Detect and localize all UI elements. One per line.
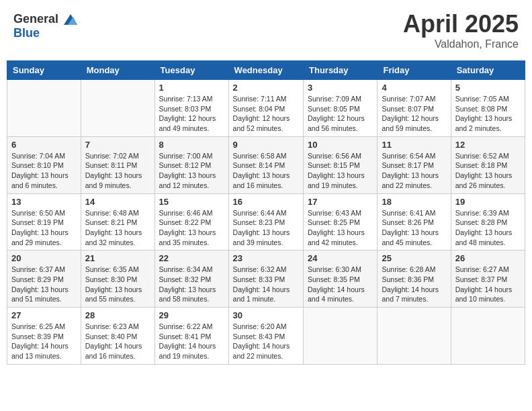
logo-general: General	[13, 12, 58, 27]
table-row: 4Sunrise: 7:07 AMSunset: 8:07 PMDaylight…	[378, 80, 451, 137]
table-row	[378, 308, 451, 365]
day-info: Sunrise: 7:09 AMSunset: 8:05 PMDaylight:…	[308, 94, 373, 134]
calendar-title: April 2025	[403, 10, 519, 38]
day-number: 17	[308, 197, 373, 207]
day-number: 20	[11, 253, 77, 263]
day-number: 24	[308, 253, 373, 263]
table-row: 15Sunrise: 6:46 AMSunset: 8:22 PMDayligh…	[154, 193, 228, 250]
table-row: 29Sunrise: 6:22 AMSunset: 8:41 PMDayligh…	[154, 308, 228, 365]
day-number: 30	[233, 310, 299, 320]
table-row: 24Sunrise: 6:30 AMSunset: 8:35 PMDayligh…	[304, 250, 378, 308]
day-info: Sunrise: 6:41 AMSunset: 8:26 PMDaylight:…	[382, 208, 446, 248]
day-info: Sunrise: 6:44 AMSunset: 8:23 PMDaylight:…	[233, 208, 299, 248]
calendar-table: Sunday Monday Tuesday Wednesday Thursday…	[7, 60, 525, 365]
col-friday: Friday	[378, 61, 451, 80]
table-row: 26Sunrise: 6:27 AMSunset: 8:37 PMDayligh…	[451, 250, 525, 308]
calendar-week-row: 6Sunrise: 7:04 AMSunset: 8:10 PMDaylight…	[7, 136, 525, 193]
day-number: 18	[382, 197, 446, 207]
day-number: 28	[85, 310, 150, 320]
table-row	[451, 308, 525, 365]
table-row: 1Sunrise: 7:13 AMSunset: 8:03 PMDaylight…	[154, 80, 228, 137]
table-row: 6Sunrise: 7:04 AMSunset: 8:10 PMDaylight…	[7, 136, 81, 193]
day-number: 27	[11, 310, 77, 320]
day-info: Sunrise: 6:22 AMSunset: 8:41 PMDaylight:…	[159, 322, 224, 361]
col-thursday: Thursday	[304, 61, 378, 80]
day-info: Sunrise: 6:30 AMSunset: 8:35 PMDaylight:…	[308, 265, 373, 304]
day-number: 13	[11, 197, 77, 207]
day-number: 12	[455, 140, 521, 150]
table-row: 28Sunrise: 6:23 AMSunset: 8:40 PMDayligh…	[81, 308, 154, 365]
day-info: Sunrise: 6:23 AMSunset: 8:40 PMDaylight:…	[85, 322, 150, 361]
day-number: 10	[308, 140, 373, 150]
col-saturday: Saturday	[451, 61, 525, 80]
day-info: Sunrise: 6:20 AMSunset: 8:43 PMDaylight:…	[233, 322, 299, 361]
day-number: 1	[159, 83, 224, 93]
day-info: Sunrise: 7:00 AMSunset: 8:12 PMDaylight:…	[159, 151, 224, 191]
day-number: 6	[11, 140, 77, 150]
table-row: 17Sunrise: 6:43 AMSunset: 8:25 PMDayligh…	[304, 193, 378, 250]
day-info: Sunrise: 6:46 AMSunset: 8:22 PMDaylight:…	[159, 208, 224, 248]
table-row: 9Sunrise: 6:58 AMSunset: 8:14 PMDaylight…	[228, 136, 303, 193]
day-info: Sunrise: 6:35 AMSunset: 8:30 PMDaylight:…	[85, 265, 150, 304]
table-row: 13Sunrise: 6:50 AMSunset: 8:19 PMDayligh…	[7, 193, 81, 250]
day-info: Sunrise: 6:32 AMSunset: 8:33 PMDaylight:…	[233, 265, 299, 304]
table-row: 12Sunrise: 6:52 AMSunset: 8:18 PMDayligh…	[451, 136, 525, 193]
table-row: 22Sunrise: 6:34 AMSunset: 8:32 PMDayligh…	[154, 250, 228, 308]
table-row: 25Sunrise: 6:28 AMSunset: 8:36 PMDayligh…	[378, 250, 451, 308]
table-row: 3Sunrise: 7:09 AMSunset: 8:05 PMDaylight…	[304, 80, 378, 137]
col-wednesday: Wednesday	[228, 61, 303, 80]
table-row: 10Sunrise: 6:56 AMSunset: 8:15 PMDayligh…	[304, 136, 378, 193]
calendar-subtitle: Valdahon, France	[403, 38, 519, 50]
col-tuesday: Tuesday	[154, 61, 228, 80]
page-header: General Blue April 2025 Valdahon, France	[7, 7, 525, 54]
day-number: 5	[455, 83, 521, 93]
day-number: 22	[159, 253, 224, 263]
title-block: April 2025 Valdahon, France	[403, 10, 519, 50]
day-info: Sunrise: 7:02 AMSunset: 8:11 PMDaylight:…	[85, 151, 150, 191]
day-number: 9	[233, 140, 299, 150]
table-row: 19Sunrise: 6:39 AMSunset: 8:28 PMDayligh…	[451, 193, 525, 250]
day-number: 15	[159, 197, 224, 207]
day-info: Sunrise: 7:11 AMSunset: 8:04 PMDaylight:…	[233, 94, 299, 134]
logo-blue: Blue	[13, 26, 40, 40]
day-info: Sunrise: 6:54 AMSunset: 8:17 PMDaylight:…	[382, 151, 446, 191]
day-number: 3	[308, 83, 373, 93]
table-row	[81, 80, 154, 137]
day-info: Sunrise: 6:58 AMSunset: 8:14 PMDaylight:…	[233, 151, 299, 191]
day-info: Sunrise: 6:50 AMSunset: 8:19 PMDaylight:…	[11, 208, 77, 248]
calendar-week-row: 1Sunrise: 7:13 AMSunset: 8:03 PMDaylight…	[7, 80, 525, 137]
day-info: Sunrise: 7:07 AMSunset: 8:07 PMDaylight:…	[382, 94, 446, 134]
logo: General Blue	[13, 10, 80, 41]
table-row: 5Sunrise: 7:05 AMSunset: 8:08 PMDaylight…	[451, 80, 525, 137]
day-info: Sunrise: 7:04 AMSunset: 8:10 PMDaylight:…	[11, 151, 77, 191]
table-row: 16Sunrise: 6:44 AMSunset: 8:23 PMDayligh…	[228, 193, 303, 250]
table-row: 8Sunrise: 7:00 AMSunset: 8:12 PMDaylight…	[154, 136, 228, 193]
day-number: 8	[159, 140, 224, 150]
day-number: 19	[455, 197, 521, 207]
day-info: Sunrise: 7:05 AMSunset: 8:08 PMDaylight:…	[455, 94, 521, 134]
day-info: Sunrise: 6:25 AMSunset: 8:39 PMDaylight:…	[11, 322, 77, 361]
table-row: 21Sunrise: 6:35 AMSunset: 8:30 PMDayligh…	[81, 250, 154, 308]
table-row: 11Sunrise: 6:54 AMSunset: 8:17 PMDayligh…	[378, 136, 451, 193]
calendar-header-row: Sunday Monday Tuesday Wednesday Thursday…	[7, 61, 525, 80]
table-row: 30Sunrise: 6:20 AMSunset: 8:43 PMDayligh…	[228, 308, 303, 365]
table-row: 20Sunrise: 6:37 AMSunset: 8:29 PMDayligh…	[7, 250, 81, 308]
day-number: 23	[233, 253, 299, 263]
day-info: Sunrise: 6:48 AMSunset: 8:21 PMDaylight:…	[85, 208, 150, 248]
day-info: Sunrise: 6:37 AMSunset: 8:29 PMDaylight:…	[11, 265, 77, 304]
logo-icon	[61, 10, 80, 29]
day-number: 29	[159, 310, 224, 320]
table-row: 23Sunrise: 6:32 AMSunset: 8:33 PMDayligh…	[228, 250, 303, 308]
day-number: 16	[233, 197, 299, 207]
day-number: 14	[85, 197, 150, 207]
day-number: 4	[382, 83, 446, 93]
day-number: 2	[233, 83, 299, 93]
calendar-week-row: 20Sunrise: 6:37 AMSunset: 8:29 PMDayligh…	[7, 250, 525, 308]
col-sunday: Sunday	[7, 61, 81, 80]
table-row: 7Sunrise: 7:02 AMSunset: 8:11 PMDaylight…	[81, 136, 154, 193]
day-number: 11	[382, 140, 446, 150]
day-number: 26	[455, 253, 521, 263]
calendar-week-row: 27Sunrise: 6:25 AMSunset: 8:39 PMDayligh…	[7, 308, 525, 365]
table-row	[7, 80, 81, 137]
day-info: Sunrise: 6:28 AMSunset: 8:36 PMDaylight:…	[382, 265, 446, 304]
